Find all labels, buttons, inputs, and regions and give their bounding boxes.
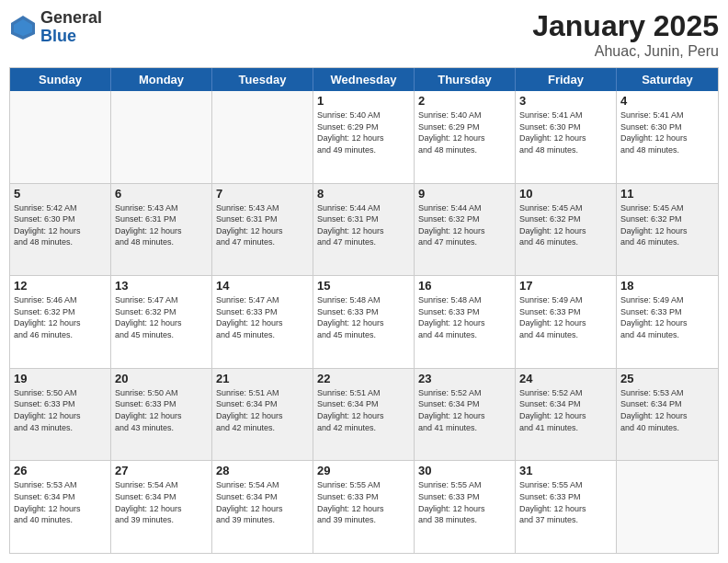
calendar-cell [617,461,718,553]
cell-date-number: 16 [418,279,511,293]
logo-general-text: General [40,9,102,28]
calendar-week-3: 19Sunrise: 5:50 AM Sunset: 6:33 PM Dayli… [10,369,718,462]
cell-date-number: 12 [14,279,107,293]
cell-date-number: 20 [115,372,208,385]
calendar-cell [111,91,212,183]
cell-date-number: 13 [115,279,208,293]
calendar-cell: 20Sunrise: 5:50 AM Sunset: 6:33 PM Dayli… [111,369,212,461]
header: General Blue January 2025 Ahuac, Junin, … [9,9,719,60]
cell-info-text: Sunrise: 5:53 AM Sunset: 6:34 PM Dayligh… [14,479,107,525]
calendar-cell: 21Sunrise: 5:51 AM Sunset: 6:34 PM Dayli… [212,369,313,461]
cell-date-number: 7 [216,187,309,201]
cell-info-text: Sunrise: 5:52 AM Sunset: 6:34 PM Dayligh… [418,387,511,433]
cell-info-text: Sunrise: 5:54 AM Sunset: 6:34 PM Dayligh… [115,479,208,525]
logo-icon [9,14,37,41]
cell-info-text: Sunrise: 5:45 AM Sunset: 6:32 PM Dayligh… [620,202,714,248]
title-block: January 2025 Ahuac, Junin, Peru [532,9,719,60]
day-header-friday: Friday [516,68,617,91]
calendar-cell: 3Sunrise: 5:41 AM Sunset: 6:30 PM Daylig… [516,91,617,183]
calendar-cell: 26Sunrise: 5:53 AM Sunset: 6:34 PM Dayli… [10,461,111,553]
logo-text: General Blue [40,9,102,46]
calendar-cell: 9Sunrise: 5:44 AM Sunset: 6:32 PM Daylig… [415,184,516,276]
cell-date-number: 1 [317,94,410,108]
cell-info-text: Sunrise: 5:41 AM Sunset: 6:30 PM Dayligh… [620,109,714,155]
cell-date-number: 4 [620,94,714,108]
cell-date-number: 17 [519,279,612,293]
cell-info-text: Sunrise: 5:47 AM Sunset: 6:32 PM Dayligh… [115,294,208,340]
cell-date-number: 22 [317,372,410,385]
calendar-cell: 23Sunrise: 5:52 AM Sunset: 6:34 PM Dayli… [415,369,516,461]
cell-date-number: 31 [519,464,612,477]
day-header-thursday: Thursday [415,68,516,91]
cell-info-text: Sunrise: 5:42 AM Sunset: 6:30 PM Dayligh… [14,202,107,248]
calendar-cell: 31Sunrise: 5:55 AM Sunset: 6:33 PM Dayli… [516,461,617,553]
cell-info-text: Sunrise: 5:48 AM Sunset: 6:33 PM Dayligh… [317,294,410,340]
day-header-sunday: Sunday [10,68,111,91]
cell-info-text: Sunrise: 5:50 AM Sunset: 6:33 PM Dayligh… [14,387,107,433]
cell-date-number: 11 [620,187,714,201]
calendar-body: 1Sunrise: 5:40 AM Sunset: 6:29 PM Daylig… [10,91,718,553]
calendar-cell: 30Sunrise: 5:55 AM Sunset: 6:33 PM Dayli… [415,461,516,553]
calendar-cell: 19Sunrise: 5:50 AM Sunset: 6:33 PM Dayli… [10,369,111,461]
cell-info-text: Sunrise: 5:43 AM Sunset: 6:31 PM Dayligh… [115,202,208,248]
cell-info-text: Sunrise: 5:50 AM Sunset: 6:33 PM Dayligh… [115,387,208,433]
calendar: SundayMondayTuesdayWednesdayThursdayFrid… [9,67,719,554]
page-title: January 2025 [532,9,719,43]
calendar-cell [10,91,111,183]
cell-date-number: 10 [519,187,612,201]
cell-info-text: Sunrise: 5:49 AM Sunset: 6:33 PM Dayligh… [620,294,714,340]
calendar-cell: 18Sunrise: 5:49 AM Sunset: 6:33 PM Dayli… [617,276,718,368]
cell-date-number: 23 [418,372,511,385]
day-header-tuesday: Tuesday [212,68,313,91]
calendar-cell: 5Sunrise: 5:42 AM Sunset: 6:30 PM Daylig… [10,184,111,276]
cell-date-number: 18 [620,279,714,293]
cell-date-number: 9 [418,187,511,201]
cell-date-number: 15 [317,279,410,293]
calendar-cell: 28Sunrise: 5:54 AM Sunset: 6:34 PM Dayli… [212,461,313,553]
cell-info-text: Sunrise: 5:46 AM Sunset: 6:32 PM Dayligh… [14,294,107,340]
day-header-wednesday: Wednesday [313,68,415,91]
cell-date-number: 25 [620,372,714,385]
calendar-cell: 1Sunrise: 5:40 AM Sunset: 6:29 PM Daylig… [313,91,415,183]
calendar-cell: 29Sunrise: 5:55 AM Sunset: 6:33 PM Dayli… [313,461,415,553]
logo: General Blue [9,9,102,46]
cell-info-text: Sunrise: 5:40 AM Sunset: 6:29 PM Dayligh… [418,109,511,155]
cell-date-number: 30 [418,464,511,477]
calendar-cell: 24Sunrise: 5:52 AM Sunset: 6:34 PM Dayli… [516,369,617,461]
cell-info-text: Sunrise: 5:40 AM Sunset: 6:29 PM Dayligh… [317,109,410,155]
cell-date-number: 2 [418,94,511,108]
cell-info-text: Sunrise: 5:51 AM Sunset: 6:34 PM Dayligh… [216,387,309,433]
cell-date-number: 28 [216,464,309,477]
calendar-week-0: 1Sunrise: 5:40 AM Sunset: 6:29 PM Daylig… [10,91,718,184]
cell-info-text: Sunrise: 5:55 AM Sunset: 6:33 PM Dayligh… [317,479,410,525]
cell-info-text: Sunrise: 5:51 AM Sunset: 6:34 PM Dayligh… [317,387,410,433]
cell-date-number: 14 [216,279,309,293]
calendar-cell: 13Sunrise: 5:47 AM Sunset: 6:32 PM Dayli… [111,276,212,368]
calendar-week-2: 12Sunrise: 5:46 AM Sunset: 6:32 PM Dayli… [10,276,718,369]
cell-info-text: Sunrise: 5:55 AM Sunset: 6:33 PM Dayligh… [519,479,612,525]
calendar-cell: 27Sunrise: 5:54 AM Sunset: 6:34 PM Dayli… [111,461,212,553]
cell-info-text: Sunrise: 5:55 AM Sunset: 6:33 PM Dayligh… [418,479,511,525]
calendar-week-4: 26Sunrise: 5:53 AM Sunset: 6:34 PM Dayli… [10,461,718,553]
calendar-cell: 16Sunrise: 5:48 AM Sunset: 6:33 PM Dayli… [415,276,516,368]
cell-info-text: Sunrise: 5:53 AM Sunset: 6:34 PM Dayligh… [620,387,714,433]
cell-info-text: Sunrise: 5:44 AM Sunset: 6:32 PM Dayligh… [418,202,511,248]
cell-info-text: Sunrise: 5:44 AM Sunset: 6:31 PM Dayligh… [317,202,410,248]
cell-date-number: 19 [14,372,107,385]
day-header-monday: Monday [111,68,212,91]
page-subtitle: Ahuac, Junin, Peru [532,43,719,60]
logo-blue-text: Blue [40,28,102,46]
cell-date-number: 24 [519,372,612,385]
calendar-cell: 7Sunrise: 5:43 AM Sunset: 6:31 PM Daylig… [212,184,313,276]
cell-info-text: Sunrise: 5:48 AM Sunset: 6:33 PM Dayligh… [418,294,511,340]
cell-date-number: 21 [216,372,309,385]
cell-date-number: 26 [14,464,107,477]
cell-info-text: Sunrise: 5:54 AM Sunset: 6:34 PM Dayligh… [216,479,309,525]
calendar-cell: 10Sunrise: 5:45 AM Sunset: 6:32 PM Dayli… [516,184,617,276]
calendar-cell: 17Sunrise: 5:49 AM Sunset: 6:33 PM Dayli… [516,276,617,368]
cell-date-number: 6 [115,187,208,201]
calendar-cell: 6Sunrise: 5:43 AM Sunset: 6:31 PM Daylig… [111,184,212,276]
calendar-cell: 8Sunrise: 5:44 AM Sunset: 6:31 PM Daylig… [313,184,415,276]
cell-info-text: Sunrise: 5:52 AM Sunset: 6:34 PM Dayligh… [519,387,612,433]
cell-info-text: Sunrise: 5:47 AM Sunset: 6:33 PM Dayligh… [216,294,309,340]
